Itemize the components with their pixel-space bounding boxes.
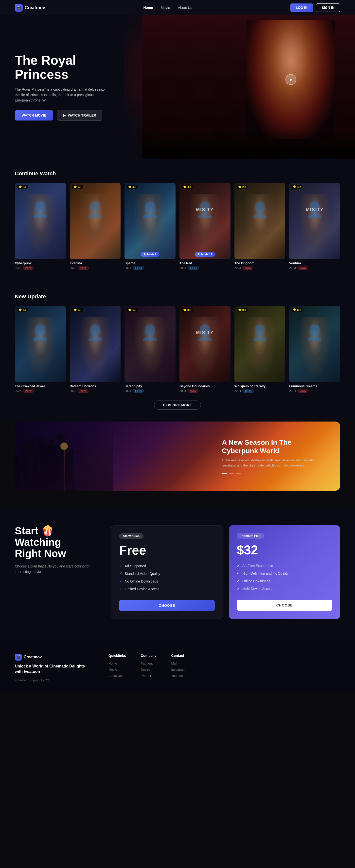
card-info: Radiant Horizons 2024 Movie <box>70 384 121 393</box>
card-thumb: ⭐8.8 Episode 6 <box>125 183 176 259</box>
card-thered[interactable]: MISITY ⭐4.4 Episode 12 The Red 2023 Seri… <box>179 183 230 270</box>
card-ventura[interactable]: MISITY ⭐4.2 Ventura 2023 Movie <box>289 183 340 270</box>
card-info: The Crowned Jewel 2024 Movie <box>15 384 66 393</box>
hero-image-area: ▶ <box>142 15 355 158</box>
card-rating: ⭐4.4 <box>181 185 193 189</box>
banner-dot-3[interactable] <box>236 473 241 474</box>
card-info: The kingdom 2023 Movie <box>235 261 285 270</box>
nav-link-home[interactable]: Home <box>143 6 153 10</box>
starter-plan-price: Free <box>119 543 215 558</box>
footer-link-device[interactable]: Device <box>141 668 156 672</box>
quicklinks-title: Quicklinks <box>108 654 126 658</box>
card-evenina[interactable]: ⭐9.8 Evenina 2023 Movie <box>70 183 121 270</box>
hero-title: The Royal Princess <box>15 53 108 82</box>
navbar: 🎬 Creatmov Home Movie About Us LOG IN SI… <box>0 0 355 15</box>
premium-choose-button[interactable]: CHOOSE <box>237 600 332 611</box>
nav-links: Home Movie About Us <box>143 6 192 10</box>
new-update-title: New Update <box>15 293 340 300</box>
signin-button[interactable]: SIGN IN <box>316 3 340 12</box>
footer-link-movie[interactable]: Movie <box>108 668 126 672</box>
starter-plan-card: Starter Plan Free ✓ Ad-Supported ✓ Stand… <box>111 525 223 619</box>
premium-plan-card: Premium Plan $32 ✓ Ad-Free Experience ✓ … <box>229 525 340 619</box>
card-info: Luminous Dreams 2024 Movie <box>289 384 340 393</box>
starter-choose-button[interactable]: CHOOSE <box>119 600 215 611</box>
card-person <box>242 317 278 382</box>
card-info: Ventura 2023 Movie <box>289 261 340 270</box>
premium-plan-badge: Premium Plan <box>237 533 264 538</box>
footer-logo: 🎬 Creatmov <box>15 654 94 660</box>
card-thumb: ⭐9.8 <box>235 306 285 382</box>
card-info: Cyberpunk 2023 Movie <box>15 261 66 270</box>
svg-rect-14 <box>15 422 113 491</box>
card-info: Evenina 2023 Movie <box>70 261 121 270</box>
hero-city-skyline <box>142 129 355 158</box>
continue-watch-section: Continue Watch ⭐8.8 Cyberpunk 2023 Movie… <box>0 158 355 281</box>
watch-movie-button[interactable]: WATCH MOVIE <box>15 110 53 121</box>
contact-title: Contact <box>171 654 186 658</box>
login-button[interactable]: LOG IN <box>290 3 313 12</box>
check-icon: ✓ <box>237 563 240 568</box>
card-info: Whispers of Eternity 2024 Series <box>235 384 285 393</box>
banner-dot-1[interactable] <box>222 473 227 474</box>
card-luminous-dreams[interactable]: ⭐8.1 Luminous Dreams 2024 Movie <box>289 306 340 393</box>
card-cyberpunk[interactable]: ⭐8.8 Cyberpunk 2023 Movie <box>15 183 66 270</box>
trailer-play-icon: ▶ <box>63 113 66 117</box>
hero-content: The Royal Princess The Royal Princess" i… <box>0 53 123 121</box>
pricing-left: Start 🍿WatchingRight Now Choose a plan t… <box>15 525 101 575</box>
card-thumb: ⭐8.8 <box>15 183 66 259</box>
hero-description: The Royal Princess" is a captivating dra… <box>15 87 108 103</box>
banner-dots <box>222 473 325 474</box>
hero-play-button[interactable]: ▶ <box>285 74 296 85</box>
card-whispers-eternity[interactable]: ⭐9.8 Whispers of Eternity 2024 Series <box>235 306 285 393</box>
watch-trailer-button[interactable]: ▶ WATCH TRAILER <box>57 110 102 121</box>
card-info: Serendipity 2024 Series <box>125 384 176 393</box>
card-crowned-jewel[interactable]: ⭐7.6 The Crowned Jewel 2024 Movie <box>15 306 66 393</box>
footer-link-about[interactable]: About Us <box>108 674 126 678</box>
explore-more-button[interactable]: EXPLORE MORE <box>154 401 201 410</box>
footer-link-youtube[interactable]: Youtube <box>171 674 186 678</box>
premium-plan-price: $32 <box>237 542 332 557</box>
footer-company: Company Patment Device Partner <box>141 654 156 682</box>
nav-link-about[interactable]: About Us <box>178 6 192 10</box>
footer-link-instagram[interactable]: Instagram <box>171 668 186 672</box>
footer-link-payment[interactable]: Patment <box>141 661 156 665</box>
card-radiant-horizons[interactable]: ⭐9.8 Radiant Horizons 2024 Movie <box>70 306 121 393</box>
card-person <box>23 194 58 259</box>
card-person <box>77 194 113 259</box>
card-info: Spartia 2021 Series <box>125 261 176 270</box>
check-icon: ✓ <box>119 563 122 568</box>
brand-name: Creatmov <box>25 5 45 10</box>
card-thumb: MISITY ⭐4.2 <box>289 183 340 259</box>
misty-title: MISITY <box>306 207 324 212</box>
footer-link-partner[interactable]: Partner <box>141 674 156 678</box>
episode-badge: Episode 6 <box>141 252 159 257</box>
footer-link-home[interactable]: Home <box>108 661 126 665</box>
card-person <box>132 194 168 259</box>
check-icon: ✓ <box>237 571 240 576</box>
footer: 🎬 Creatmov Unlock a World of Cinematic D… <box>0 639 355 692</box>
card-rating: ⭐9.8 <box>72 308 83 312</box>
premium-feature-2: ✓ High-Definition and 4K Quality <box>237 571 332 576</box>
cyberpunk-banner: A New Season In The Cyberpunk World In t… <box>15 422 340 491</box>
card-person <box>77 317 113 382</box>
nav-logo[interactable]: 🎬 Creatmov <box>15 4 45 11</box>
hero-buttons: WATCH MOVIE ▶ WATCH TRAILER <box>15 110 108 121</box>
footer-contact: Contact Mail Instagram Youtube <box>171 654 186 682</box>
pricing-section: Start 🍿WatchingRight Now Choose a plan t… <box>0 505 355 639</box>
premium-feature-1: ✓ Ad-Free Experience <box>237 563 332 568</box>
card-kingdom[interactable]: ⭐2.8 The kingdom 2023 Movie <box>235 183 285 270</box>
card-person <box>23 317 58 382</box>
footer-link-mail[interactable]: Mail <box>171 661 186 665</box>
nav-link-movie[interactable]: Movie <box>161 6 170 10</box>
card-rating: ⭐8.2 <box>181 308 193 312</box>
banner-dot-2[interactable] <box>229 473 234 474</box>
card-thumb: ⭐9.8 <box>70 183 121 259</box>
hero-movie-poster: ▶ <box>247 20 335 139</box>
pricing-description: Choose a plan that suits you and start l… <box>15 563 91 575</box>
card-thumb: ⭐6.8 <box>125 306 176 382</box>
card-serendipity[interactable]: ⭐6.8 Serendipity 2024 Series <box>125 306 176 393</box>
banner-description: In this ever-evolving dystopian landscap… <box>222 458 325 468</box>
trailer-label: WATCH TRAILER <box>68 113 96 117</box>
card-spartia[interactable]: ⭐8.8 Episode 6 Spartia 2021 Series <box>125 183 176 270</box>
card-beyond-boundaries[interactable]: MISITY ⭐8.2 Beyond Boundaries 2024 Movie <box>179 306 230 393</box>
